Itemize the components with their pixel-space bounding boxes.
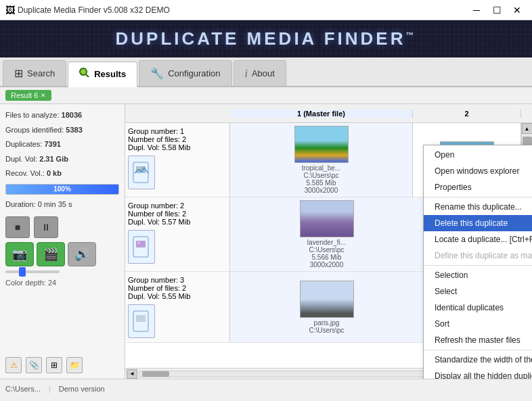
cm-display-hidden[interactable]: Display all the hidden duplicates [424, 368, 532, 379]
magnifier-icon [79, 68, 90, 80]
file-icon-2 [128, 230, 155, 264]
maximize-button[interactable]: ☐ [487, 2, 506, 18]
th-master: 1 (Master file) [230, 110, 413, 118]
dots-icon: ⊞ [14, 67, 23, 80]
stat-recov-vol: Recov. Vol.: 0 kb [5, 168, 119, 180]
left-panel: Files to analyze: 18036 Groups identifie… [0, 104, 125, 379]
scroll-left-btn[interactable]: ◄ [127, 369, 137, 379]
cm-rename[interactable]: Rename this duplicate... [424, 199, 532, 215]
cm-identical[interactable]: Identical duplicates [424, 300, 532, 316]
paris-image-1 [300, 281, 354, 318]
lavender-image-1 [300, 200, 354, 237]
master-cell-2: lavender_fi...C:\Users\pc5.566 Mib3000x2… [230, 197, 424, 271]
grid-icon[interactable]: ⊞ [46, 357, 62, 373]
tab-about-label: About [252, 68, 275, 78]
th-col2: 2 [413, 110, 521, 118]
stat-groups: Groups identified: 5383 [5, 124, 119, 137]
cm-select[interactable]: Select [424, 283, 532, 300]
cm-selection[interactable]: Selection [424, 267, 532, 283]
master-cell-1: tropical_be...C:\Users\pc5.585 Mib3000x2… [230, 123, 413, 197]
close-button[interactable]: ✕ [508, 2, 527, 18]
color-depth: Color depth: 24 [5, 279, 119, 287]
minimize-button[interactable]: ─ [467, 2, 486, 18]
result-tab-6[interactable]: Result 6 ✕ [5, 90, 51, 101]
camera-button[interactable]: 📷 [5, 242, 34, 266]
master-cell-3: paris.jpgC:\Users\pc [230, 272, 424, 342]
stat-dupl-vol: Dupl. Vol: 2.31 Gib [5, 154, 119, 166]
cm-sep-1 [424, 197, 532, 197]
status-path: C:\Users... [5, 385, 41, 393]
warning-icon[interactable]: ⚠ [5, 357, 22, 373]
beach-image-1 [294, 126, 349, 163]
tab-configuration[interactable]: 🔧 Configuration [139, 60, 231, 86]
progress-bar-container: 100% [5, 184, 119, 195]
scroll-up-btn[interactable]: ▲ [522, 123, 533, 134]
tab-results-label: Results [94, 69, 126, 79]
cm-sep-2 [424, 265, 532, 266]
video-button[interactable]: 🎬 [37, 242, 65, 266]
header-banner: DUPLICATE MEDIA FINDER™ [0, 20, 532, 57]
stop-button[interactable]: ■ [5, 216, 30, 238]
banner-title: DUPLICATE MEDIA FINDER™ [116, 28, 417, 49]
info-icon: i [245, 68, 248, 80]
file-icon-1 [128, 156, 155, 189]
tab-configuration-label: Configuration [168, 68, 220, 78]
cm-sort[interactable]: Sort [424, 316, 532, 332]
group-info-2: Group number: 2 Number of files: 2 Dupl.… [125, 197, 230, 271]
tab-search-label: Search [27, 68, 55, 78]
window-controls: ─ ☐ ✕ [467, 2, 527, 18]
wrench-icon: 🔧 [150, 67, 164, 80]
pause-button[interactable]: ⏸ [34, 216, 58, 238]
result-tab-label: Result 6 [11, 91, 38, 99]
stat-files-to-analyze: Files to analyze: 18036 [5, 110, 119, 122]
cm-open[interactable]: Open [424, 147, 532, 163]
cm-refresh-master[interactable]: Refresh the master files [424, 332, 532, 348]
volume-slider[interactable] [5, 270, 60, 273]
cm-define-master: Define this duplicate as master file [424, 247, 532, 264]
file-icon-3 [128, 304, 155, 338]
cm-sep-3 [424, 350, 532, 350]
svg-rect-6 [136, 241, 146, 247]
right-content: 1 (Master file) 2 Group number: 1 Number… [125, 104, 532, 379]
result-tab-close[interactable]: ✕ [41, 92, 46, 99]
slider-thumb[interactable] [19, 267, 26, 277]
window-title: Duplicate Media Finder v5.008 x32 DEMO [18, 5, 467, 15]
left-bottom-icons: ⚠ 📎 ⊞ 📁 [5, 354, 119, 373]
svg-rect-9 [136, 315, 146, 322]
result-tabs-bar: Result 6 ✕ [0, 87, 532, 104]
context-menu: Open Open windows explorer Properties Re… [423, 145, 532, 379]
media-controls: 📷 🎬 🔊 [5, 242, 119, 266]
group-info-1: Group number: 1 Number of files: 2 Dupl.… [125, 123, 230, 197]
cm-properties[interactable]: Properties [424, 179, 532, 195]
slider-row [5, 270, 119, 273]
stat-duplicates: Duplicates: 7391 [5, 139, 119, 151]
tab-about[interactable]: i About [234, 60, 286, 86]
title-bar: 🖼 Duplicate Media Finder v5.008 x32 DEMO… [0, 0, 532, 20]
info2-icon[interactable]: 📎 [26, 357, 42, 373]
cm-locate[interactable]: Locate a duplicate... [Ctrl+F] [424, 231, 532, 247]
progress-bar: 100% [6, 185, 118, 194]
audio-button[interactable]: 🔊 [68, 242, 96, 266]
playback-controls: ■ ⏸ [5, 216, 119, 238]
cm-delete[interactable]: Delete this duplicate [424, 215, 532, 231]
status-version: Demo version [59, 385, 105, 393]
cm-standardize[interactable]: Standardize the width of the cells in th… [424, 352, 532, 368]
group-info-3: Group number: 3 Number of files: 2 Dupl.… [125, 272, 230, 342]
status-bar: C:\Users... | Demo version [0, 379, 532, 398]
cm-open-explorer[interactable]: Open windows explorer [424, 163, 532, 179]
duration-label: Duration: 0 min 35 s [5, 199, 119, 211]
folder-icon[interactable]: 📁 [66, 357, 83, 373]
svg-point-7 [137, 241, 140, 244]
h-scroll-thumb[interactable] [142, 371, 169, 377]
main-content: Files to analyze: 18036 Groups identifie… [0, 104, 532, 379]
table-header: 1 (Master file) 2 [125, 104, 532, 123]
svg-line-1 [86, 74, 89, 77]
tab-results[interactable]: Results [68, 62, 137, 87]
tab-search[interactable]: ⊞ Search [3, 60, 66, 86]
tab-bar: ⊞ Search Results 🔧 Configuration i About [0, 57, 532, 87]
svg-point-0 [80, 68, 87, 75]
app-icon: 🖼 [5, 5, 15, 16]
